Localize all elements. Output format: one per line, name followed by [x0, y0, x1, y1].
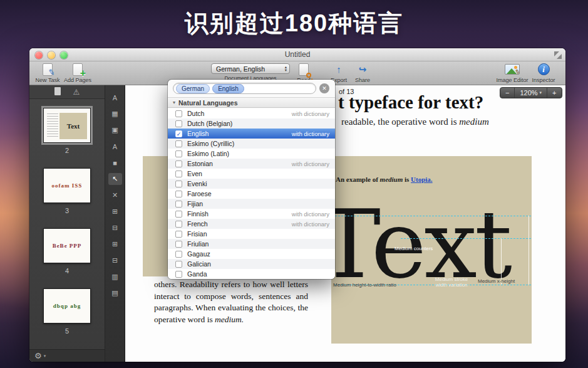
language-checkbox[interactable] [175, 110, 182, 117]
language-label: Evenki [187, 180, 329, 187]
language-checkbox[interactable] [175, 231, 182, 238]
new-task-icon: ✎ [43, 63, 53, 76]
language-dictionary-note: with dictionary [292, 221, 329, 228]
language-token[interactable]: German [176, 84, 210, 93]
page-thumbnail[interactable]: oofam ISS3 [43, 168, 91, 214]
figure-big-text: Text [318, 197, 510, 292]
share-button[interactable]: ↪ Share [344, 62, 381, 83]
merge-cells-tool[interactable]: ▥ [108, 271, 122, 283]
language-row[interactable]: Dutch (Belgian) [168, 118, 335, 129]
language-row[interactable]: Friulian [168, 239, 335, 249]
inspector-button[interactable]: i Inspector [525, 62, 562, 83]
language-row[interactable]: Ganda [168, 269, 335, 279]
text-area-tool[interactable]: A [108, 92, 122, 103]
table-area-tool[interactable]: ▦ [108, 108, 122, 120]
natural-languages-header[interactable]: ▾ Natural Languages [168, 97, 335, 108]
language-checkbox[interactable] [175, 221, 182, 228]
clear-tokens-button[interactable]: ✕ [319, 83, 329, 93]
language-label: Even [187, 170, 329, 177]
language-row[interactable]: Evenki [168, 179, 335, 189]
language-checkbox[interactable] [175, 211, 182, 218]
select-tool[interactable]: ↖ [108, 173, 122, 185]
languages-popover: GermanEnglish ✕ ▾ Natural Languages Dutc… [168, 80, 335, 279]
tool-strip: A▦▣A■↖✕⊞⊟⊞⊟▥▤ [105, 85, 125, 362]
language-row[interactable]: Frisian [168, 229, 335, 239]
document-languages-dropdown[interactable]: German, English ▴▾ [211, 63, 290, 74]
language-row[interactable]: Estonianwith dictionary [168, 159, 335, 169]
language-label: Galician [187, 260, 329, 268]
pages-sidebar: ⚠ Text2oofam ISS3BeBe PPP4dbqp abg5 ⚙ ▾ [29, 85, 105, 362]
page-thumbnail[interactable]: BeBe PPP4 [43, 228, 91, 275]
language-label: Dutch (Belgian) [187, 120, 329, 127]
thumbnail-preview: dbqp abg [43, 288, 91, 323]
utopia-link[interactable]: Utopia. [411, 176, 433, 183]
cap-height-guide [335, 216, 531, 216]
language-label: Fijian [187, 200, 329, 208]
language-row[interactable]: ✓Englishwith dictionary [168, 129, 335, 139]
add-pages-button[interactable]: + Add Pages [59, 62, 96, 83]
language-checkbox[interactable]: ✓ [175, 130, 182, 137]
language-row[interactable]: Even [168, 169, 335, 179]
zoom-level-button[interactable]: 120% ▾ [515, 88, 547, 98]
add-row-tool[interactable]: ⊞ [108, 206, 122, 218]
language-label: Ganda [187, 270, 329, 278]
split-cells-tool[interactable]: ▤ [108, 287, 122, 299]
language-dictionary-note: with dictionary [292, 160, 329, 167]
document-subheading: readable, the operative word is medium [341, 117, 489, 127]
language-row[interactable]: Frenchwith dictionary [168, 219, 335, 229]
language-checkbox[interactable] [175, 120, 182, 127]
language-checkbox[interactable] [175, 241, 182, 248]
language-label: Frisian [187, 230, 329, 238]
language-row[interactable]: Dutchwith dictionary [168, 108, 335, 118]
language-checkbox[interactable] [175, 251, 182, 258]
language-row[interactable]: Faroese [168, 189, 335, 199]
text-line-tool[interactable]: A [108, 140, 122, 152]
language-row[interactable]: Gagauz [168, 249, 335, 259]
language-label: Eskimo (Latin) [187, 150, 329, 157]
desktop-wallpaper: 识别超过180种语言 Untitled ✎ New Task + Add Pag… [0, 0, 588, 368]
language-checkbox[interactable] [175, 271, 182, 278]
page-number: 4 [43, 267, 91, 275]
language-row[interactable]: Eskimo (Latin) [168, 149, 335, 159]
sidebar-footer: ⚙ ▾ [29, 349, 105, 362]
language-row[interactable]: Galician [168, 259, 335, 269]
language-checkbox[interactable] [175, 191, 182, 197]
language-token[interactable]: English [212, 84, 244, 93]
language-row[interactable]: Fijian [168, 199, 335, 209]
language-checkbox[interactable] [175, 181, 182, 187]
add-pages-icon: + [73, 63, 83, 76]
language-checkbox[interactable] [175, 160, 182, 167]
language-checkbox[interactable] [175, 140, 182, 147]
gear-icon[interactable]: ⚙ [34, 352, 42, 360]
page-thumbnail[interactable]: dbqp abg5 [43, 288, 91, 335]
zoom-in-button[interactable]: + [547, 88, 561, 98]
background-area-tool[interactable]: ■ [108, 157, 122, 169]
language-checkbox[interactable] [175, 171, 182, 177]
x-height-measure-line [501, 238, 502, 285]
zoom-out-button[interactable]: − [500, 88, 515, 98]
language-label: Estonian [187, 160, 292, 167]
figure-caption: An example of medium is Utopia. [336, 176, 433, 183]
window-titlebar[interactable]: Untitled [29, 48, 565, 61]
pages-tab[interactable] [54, 87, 61, 97]
language-row[interactable]: Finnishwith dictionary [168, 209, 335, 219]
page-number: 5 [43, 327, 91, 335]
language-row[interactable]: Eskimo (Cyrillic) [168, 139, 335, 149]
image-area-tool[interactable]: ▣ [108, 124, 122, 136]
disclosure-icon[interactable]: ▾ [173, 100, 175, 105]
warnings-tab[interactable]: ⚠ [73, 88, 80, 96]
language-label: Dutch [187, 110, 292, 117]
language-checkbox[interactable] [175, 201, 182, 208]
gear-caret-icon: ▾ [44, 354, 46, 359]
window-title: Untitled [29, 50, 565, 59]
image-editor-icon: ✎ [505, 64, 520, 75]
delete-area-tool[interactable]: ✕ [108, 189, 122, 201]
fullscreen-icon[interactable] [554, 51, 562, 59]
language-checkbox[interactable] [175, 261, 182, 268]
language-token-field[interactable]: GermanEnglish [173, 83, 316, 94]
delete-column-tool[interactable]: ⊟ [108, 255, 122, 266]
page-thumbnail[interactable]: Text2 [43, 108, 91, 154]
delete-row-tool[interactable]: ⊟ [108, 222, 122, 234]
add-column-tool[interactable]: ⊞ [108, 238, 122, 250]
language-checkbox[interactable] [175, 150, 182, 157]
